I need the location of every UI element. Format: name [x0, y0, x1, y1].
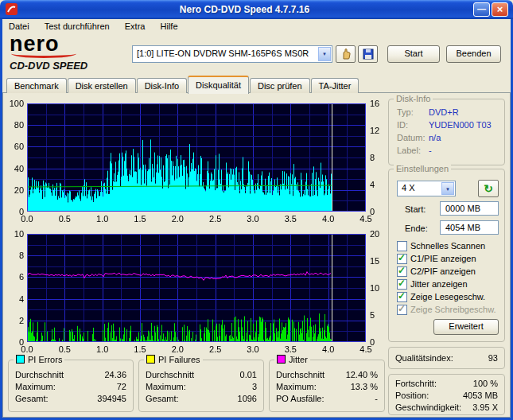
hand-icon [340, 48, 352, 60]
legend-swatch-1 [146, 355, 155, 364]
menu-datei[interactable]: Datei [2, 19, 36, 31]
tab-diskqualitaet[interactable]: Diskqualität [188, 76, 249, 94]
nero-logo: nero CD-DVD SPEED [10, 33, 129, 73]
settings-checkbox-label-3[interactable]: Jitter anzeigen [410, 279, 468, 289]
disc-label-value: - [429, 146, 432, 155]
legend-swatch-2 [277, 355, 286, 364]
chevron-down-icon[interactable]: ▼ [318, 47, 331, 61]
start-position-field[interactable]: 0000 MB [440, 201, 499, 216]
nero-logo-swoosh [11, 49, 76, 58]
jitter-stats-box: Jitter Durchschnitt12.40 % Maximum:13.3 … [269, 360, 385, 412]
position-value: 4053 MB [463, 391, 498, 400]
stat-label: Gesamt: [15, 394, 49, 403]
disc-type-value: DVD+R [429, 107, 459, 117]
tab-disc-pruefen[interactable]: Disc prüfen [250, 78, 310, 93]
settings-checkbox-5[interactable]: ✓ [397, 305, 407, 315]
stat-value: 13.3 % [351, 382, 378, 391]
quality-index-group: Qualitätsindex: 93 [388, 347, 505, 369]
settings-checkbox-2[interactable]: ✓ [397, 266, 407, 277]
legend-swatch-0 [16, 355, 25, 364]
floppy-icon [362, 48, 375, 60]
progress-label: Fortschritt: [395, 379, 437, 388]
nero-icon [6, 3, 17, 15]
position-label: Position: [395, 391, 429, 400]
speed-label: Geschwindigkeit: [395, 402, 461, 412]
stat-label: Durchschnitt [276, 370, 325, 379]
speed-select[interactable]: 4 X ▼ [397, 181, 456, 196]
disk-info-group: Disk-Info Typ:DVD+R ID:YUDEN000 T03 Datu… [388, 99, 505, 165]
menu-test-durchfuehren[interactable]: Test durchführen [38, 19, 116, 31]
tab-benchmark[interactable]: Benchmark [6, 78, 67, 93]
stat-value: 24.36 [104, 370, 126, 379]
settings-checkbox-0[interactable]: ✓ [397, 241, 407, 251]
tab-disk-info[interactable]: Disk-Info [137, 78, 187, 93]
progress-group: Fortschritt: 100 % Position: 4053 MB Ges… [388, 374, 505, 415]
pif-jitter-chart [6, 231, 385, 356]
settings-checkbox-label-4[interactable]: Zeige Lesegeschw. [410, 292, 485, 301]
pi-errors-chart [6, 100, 385, 226]
settings-checkbox-1[interactable]: ✓ [397, 254, 407, 264]
settings-checkbox-3[interactable]: ✓ [397, 279, 407, 290]
end-position-field[interactable]: 4054 MB [440, 220, 499, 235]
jitter-legend-label: Jitter [289, 355, 308, 364]
settings-checkbox-label-0[interactable]: Schnelles Scannen [410, 241, 485, 251]
chevron-down-icon[interactable]: ▼ [441, 182, 454, 195]
stat-value: 394945 [97, 394, 126, 403]
title-bar[interactable]: Nero CD-DVD Speed 4.7.7.16 — × [0, 0, 513, 19]
drive-select-value: [1:0] LITE-ON DVDRW SHM-165P6S MS0R [137, 49, 316, 58]
stat-value: 3 [252, 382, 257, 391]
minimize-button[interactable]: — [473, 2, 490, 17]
settings-title: Einstellungen [394, 164, 451, 173]
stat-label: Gesamt: [146, 394, 179, 403]
settings-checkbox-label-5[interactable]: Zeige Schreibgeschw. [410, 305, 496, 314]
cddvd-speed-logo-text: CD-DVD SPEED [10, 60, 87, 72]
stat-value: 12.40 % [346, 370, 378, 379]
tab-disk-erstellen[interactable]: Disk erstellen [68, 78, 136, 93]
settings-checkbox-label-1[interactable]: C1/PIE anzeigen [410, 254, 476, 263]
menu-extra[interactable]: Extra [119, 19, 152, 31]
stat-label: Durchschnitt [146, 370, 194, 379]
stat-label: Durchschnitt [15, 370, 64, 379]
tab-ta-jitter[interactable]: TA-Jitter [311, 78, 359, 93]
quality-index-label: Qualitätsindex: [395, 353, 453, 363]
eject-tray-button[interactable] [336, 45, 356, 63]
refresh-speeds-button[interactable]: ↻ [478, 180, 499, 197]
stat-label: Maximum: [276, 382, 317, 391]
quit-button[interactable]: Beenden [446, 45, 501, 63]
start-button[interactable]: Start [387, 45, 440, 63]
stat-value: 0.01 [240, 370, 257, 379]
stat-label: Maximum: [15, 382, 56, 391]
stat-value: - [375, 394, 378, 403]
window-title: Nero CD-DVD Speed 4.7.7.16 [24, 4, 465, 15]
stat-value: 72 [117, 382, 126, 391]
progress-value: 100 % [473, 379, 498, 388]
drive-select[interactable]: [1:0] LITE-ON DVDRW SHM-165P6S MS0R ▼ [132, 45, 332, 63]
pi-failures-legend-label: PI Failures [158, 355, 200, 364]
save-results-button[interactable] [358, 45, 378, 63]
start-field-label: Start: [405, 204, 426, 214]
disc-date-value: n/a [429, 133, 441, 142]
settings-checkbox-4[interactable]: ✓ [397, 292, 407, 302]
pi-failures-stats-box: PI Failures Durchschnitt0.01 Maximum:3 G… [138, 360, 264, 412]
pi-errors-legend-label: PI Errors [28, 355, 62, 364]
speed-select-value: 4 X [402, 183, 439, 192]
refresh-icon: ↻ [484, 182, 493, 195]
stat-value: 1096 [238, 394, 257, 403]
close-button[interactable]: × [492, 2, 508, 17]
quality-index-value: 93 [488, 353, 498, 363]
settings-checkbox-label-2[interactable]: C2/PIF anzeigen [410, 266, 476, 276]
tab-strip: Benchmark Disk erstellen Disk-Info Diskq… [6, 75, 359, 93]
menu-hilfe[interactable]: Hilfe [154, 19, 185, 31]
disc-id-value: YUDEN000 T03 [429, 120, 492, 130]
menu-bar: Datei Test durchführen Extra Hilfe [2, 19, 511, 34]
settings-group: Einstellungen 4 X ▼ ↻ Start: 0000 MB End… [388, 169, 505, 342]
speed-value: 3.95 X [472, 402, 498, 412]
end-field-label: Ende: [405, 224, 428, 233]
advanced-button[interactable]: Erweitert [433, 319, 499, 335]
disk-info-title: Disk-Info [394, 94, 433, 103]
stat-label: PO Ausfälle: [276, 394, 325, 403]
stat-label: Maximum: [146, 382, 186, 391]
pi-errors-stats-box: PI Errors Durchschnitt24.36 Maximum:72 G… [8, 360, 134, 412]
